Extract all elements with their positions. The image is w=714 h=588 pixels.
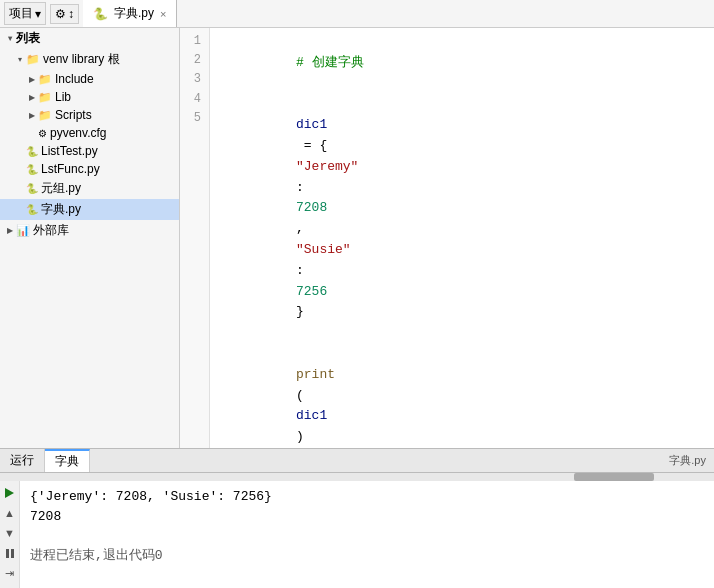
python-file-icon-tuple: 🐍	[26, 183, 38, 194]
punct-comma: ,	[296, 221, 312, 236]
sidebar-item-label-dict: 字典.py	[41, 201, 81, 218]
punct-colon1: :	[296, 180, 312, 195]
down-button[interactable]: ▼	[2, 525, 18, 541]
sort-icon[interactable]: ↕	[68, 7, 74, 21]
tab-run-label: 运行	[10, 452, 34, 469]
folder-icon-lib: 📁	[38, 91, 52, 104]
tab-run[interactable]: 运行	[0, 449, 45, 472]
output-line-1: {'Jeremy': 7208, 'Susie': 7256}	[30, 487, 704, 507]
project-btn[interactable]: 项目 ▾	[4, 2, 46, 25]
folder-icon-venv: 📁	[26, 53, 40, 66]
code-line-3: print ( dic1 )	[218, 344, 706, 448]
sidebar-item-label-lib: Lib	[55, 90, 71, 104]
sidebar-item-lib[interactable]: ▶ 📁 Lib	[0, 88, 179, 106]
run-controls: ▲ ▼ ⇥	[0, 481, 20, 588]
func-print-1: print	[296, 367, 335, 382]
play-button[interactable]	[2, 485, 18, 501]
bar-chart-icon: 📊	[16, 224, 30, 237]
chevron-down-icon-venv: ▾	[14, 55, 26, 64]
bottom-content: ▲ ▼ ⇥ {'Jeremy': 7208, 'Susie': 7256} 72…	[0, 481, 714, 588]
tab-close-icon[interactable]: ×	[160, 8, 166, 20]
sidebar-item-label-pyvenv: pyvenv.cfg	[50, 126, 106, 140]
pause-icon	[6, 549, 14, 558]
line-numbers: 1 2 3 4 5	[180, 28, 210, 448]
sidebar-item-label-external: 外部库	[33, 222, 69, 239]
editor-area: 1 2 3 4 5 # 创建字典 dic1 = { "Jeremy" : 720…	[180, 28, 714, 448]
dropdown-icon: ▾	[35, 7, 41, 21]
tab-dict-label: 字典	[55, 453, 79, 470]
sidebar: ▾ 列表 ▾ 📁 venv library 根 ▶ 📁 Include ▶ 📁 …	[0, 28, 180, 448]
chevron-right-icon-scripts: ▶	[26, 111, 38, 120]
main-content: ▾ 列表 ▾ 📁 venv library 根 ▶ 📁 Include ▶ 📁 …	[0, 28, 714, 448]
bottom-tab-bar: 运行 字典 字典.py	[0, 449, 714, 473]
output-line-2: 7208	[30, 507, 704, 527]
chevron-down-icon: ▾	[4, 34, 16, 43]
pause-button[interactable]	[2, 545, 18, 561]
project-label: 项目	[9, 5, 33, 22]
settings-controls: ⚙ ↕	[50, 4, 79, 24]
tab-file-icon: 🐍	[93, 7, 108, 21]
scrollbar-thumb[interactable]	[574, 473, 654, 481]
sidebar-item-venv[interactable]: ▾ 📁 venv library 根	[0, 49, 179, 70]
bottom-panel: 运行 字典 字典.py ▲ ▼ ⇥	[0, 448, 714, 588]
sidebar-item-pyvenv[interactable]: ▶ ⚙ pyvenv.cfg	[0, 124, 179, 142]
chevron-right-icon-include: ▶	[26, 75, 38, 84]
folder-icon-scripts: 📁	[38, 109, 52, 122]
num-7256: 7256	[296, 284, 327, 299]
tab-dict[interactable]: 字典	[45, 449, 90, 472]
play-icon	[5, 488, 14, 498]
sidebar-item-label-include: Include	[55, 72, 94, 86]
tab-filename-right: 字典.py	[661, 453, 714, 468]
tab-right-label: 字典.py	[669, 454, 706, 466]
top-toolbar: 项目 ▾ ⚙ ↕ 🐍 字典.py ×	[0, 0, 714, 28]
sidebar-item-external[interactable]: ▶ 📊 外部库	[0, 220, 179, 241]
python-file-icon-lstfunc: 🐍	[26, 164, 38, 175]
folder-icon-include: 📁	[38, 73, 52, 86]
code-lines[interactable]: # 创建字典 dic1 = { "Jeremy" : 7208 , "Susie…	[210, 28, 714, 448]
sidebar-item-listtest[interactable]: ▶ 🐍 ListTest.py	[0, 142, 179, 160]
sidebar-item-dict[interactable]: ▶ 🐍 字典.py	[0, 199, 179, 220]
bottom-scrollbar[interactable]	[0, 473, 714, 481]
code-line-2: dic1 = { "Jeremy" : 7208 , "Susie" : 725…	[218, 94, 706, 344]
num-7208: 7208	[296, 200, 327, 215]
python-file-icon-listtest: 🐍	[26, 146, 38, 157]
punct-p1: (	[296, 388, 304, 403]
sidebar-item-label-tuple: 元组.py	[41, 180, 81, 197]
config-file-icon: ⚙	[38, 128, 47, 139]
chevron-right-icon-lib: ▶	[26, 93, 38, 102]
sidebar-item-label-venv: venv library 根	[43, 51, 120, 68]
sidebar-item-lstfunc[interactable]: ▶ 🐍 LstFunc.py	[0, 160, 179, 178]
str-jeremy: "Jeremy"	[296, 159, 358, 174]
output-line-4: 进程已结束,退出代码0	[30, 546, 704, 566]
comment-1: # 创建字典	[296, 55, 364, 70]
step-icon: ⇥	[5, 567, 14, 580]
var-dic1-2: dic1	[296, 408, 327, 423]
chevron-right-icon-external: ▶	[4, 226, 16, 235]
sidebar-item-include[interactable]: ▶ 📁 Include	[0, 70, 179, 88]
sidebar-item-scripts[interactable]: ▶ 📁 Scripts	[0, 106, 179, 124]
sidebar-root-label: 列表	[16, 30, 40, 47]
var-dic1: dic1	[296, 117, 327, 132]
sidebar-item-tuple[interactable]: ▶ 🐍 元组.py	[0, 178, 179, 199]
settings-icon[interactable]: ⚙	[55, 7, 66, 21]
sidebar-item-label-lstfunc: LstFunc.py	[41, 162, 100, 176]
tab-title: 字典.py	[114, 5, 154, 22]
output-line-3	[30, 526, 704, 546]
sidebar-root-列表[interactable]: ▾ 列表	[0, 28, 179, 49]
punct-colon2: :	[296, 263, 312, 278]
sidebar-item-label-listtest: ListTest.py	[41, 144, 98, 158]
punct-close: }	[296, 304, 304, 319]
code-view[interactable]: 1 2 3 4 5 # 创建字典 dic1 = { "Jeremy" : 720…	[180, 28, 714, 448]
python-file-icon-dict: 🐍	[26, 204, 38, 215]
step-button[interactable]: ⇥	[2, 565, 18, 581]
sidebar-item-label-scripts: Scripts	[55, 108, 92, 122]
str-susie: "Susie"	[296, 242, 351, 257]
punct-p2: )	[296, 429, 304, 444]
code-line-1: # 创建字典	[218, 32, 706, 94]
up-button[interactable]: ▲	[2, 505, 18, 521]
output-area: {'Jeremy': 7208, 'Susie': 7256} 7208 进程已…	[20, 481, 714, 588]
punct-eq: = {	[296, 138, 327, 153]
editor-tab-dict[interactable]: 🐍 字典.py ×	[83, 0, 177, 27]
